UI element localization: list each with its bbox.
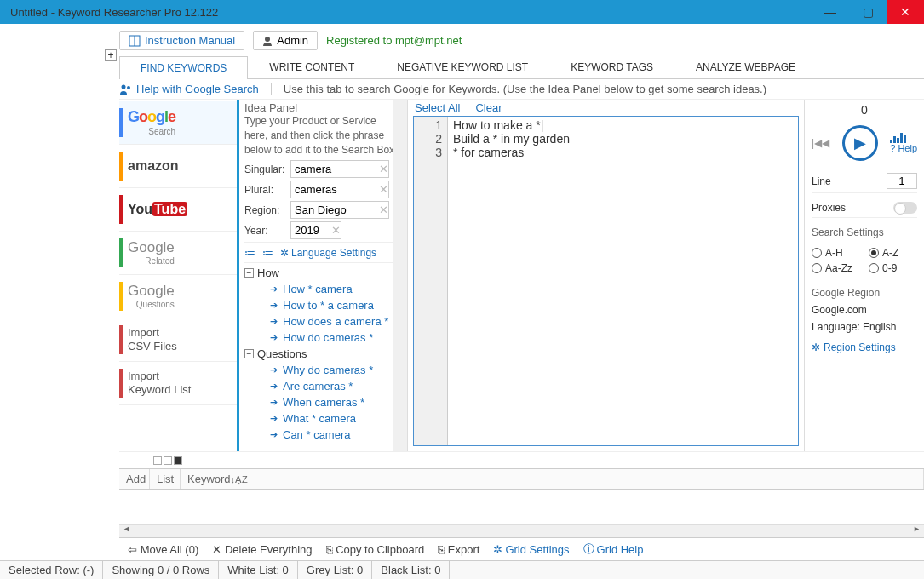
plural-input[interactable] [290,181,389,198]
col-list[interactable]: List [150,469,181,489]
radio-0-9[interactable]: 0-9 [869,262,917,274]
radio-aa-zz[interactable]: Aa-Zz [812,262,860,274]
tree-item[interactable]: ➔How * camera [244,281,402,297]
rewind-icon[interactable]: |◀◀ [812,137,829,149]
clear-link[interactable]: Clear [475,101,502,114]
singular-label: Singular: [244,163,287,175]
grid-settings-link[interactable]: ✲ Grid Settings [493,543,569,556]
region-input[interactable] [290,201,389,219]
grid-help-link[interactable]: ⓘ Grid Help [583,542,644,557]
radio-a-h[interactable]: A-H [812,247,860,259]
plural-label: Plural: [244,184,287,196]
tab-write-content[interactable]: WRITE CONTENT [248,55,376,78]
play-button[interactable]: ▶ [842,125,878,161]
gear-icon: ✲ [493,543,502,556]
idea-panel-title: Idea Panel [244,101,402,114]
window-title: Untitled - Keyword Researcher Pro 12.122 [9,6,812,19]
region-label: Region: [244,204,287,216]
source-google-related[interactable]: GoogleRelated [119,232,237,275]
col-keyword[interactable]: Keyword↓A͓Z [181,469,924,489]
region-language: Language: English [812,321,917,333]
close-button[interactable]: ✕ [887,0,924,24]
admin-label: Admin [277,34,308,47]
line-input[interactable] [887,173,917,189]
svg-point-3 [122,84,126,89]
region-settings-link[interactable]: ✲ Region Settings [812,341,917,353]
tree-item[interactable]: ➔Are cameras * [244,378,402,394]
source-youtube[interactable]: YouTube [119,188,237,232]
maximize-button[interactable]: ▢ [849,0,887,24]
clear-icon[interactable]: ✕ [379,204,388,216]
tree-item[interactable]: ➔What * camera [244,410,402,427]
clear-icon[interactable]: ✕ [379,183,388,196]
source-import-csv-files[interactable]: ImportCSV Files [119,318,237,362]
svg-point-4 [127,86,130,89]
tree-item[interactable]: ➔Can * camera [244,427,402,443]
singular-input[interactable] [290,160,389,178]
copy-clipboard-button[interactable]: ⎘ Copy to Clipboard [326,543,425,556]
source-google-questions[interactable]: GoogleQuestions [119,275,237,318]
instruction-manual-button[interactable]: Instruction Manual [119,31,244,50]
filter-box[interactable] [153,456,162,465]
status-selected-row: Selected Row: (-) [0,561,103,579]
manual-label: Instruction Manual [145,34,235,47]
tree-item[interactable]: ➔Why do cameras * [244,362,402,378]
minimize-button[interactable]: — [812,0,849,24]
source-google-search[interactable]: GoogleSearch [119,101,237,145]
tree-group-questions[interactable]: −Questions [244,346,402,362]
horizontal-scrollbar[interactable] [119,524,924,537]
people-icon [119,83,133,95]
source-amazon[interactable]: amazon [119,145,237,188]
col-add[interactable]: Add [119,469,150,489]
search-editor[interactable]: 123 How to make a *| Build a * in my gar… [413,116,799,446]
tree-item[interactable]: ➔How does a camera * [244,313,402,330]
clear-icon[interactable]: ✕ [379,163,388,175]
tab-negative-keyword-list[interactable]: NEGATIVE KEYWORD LIST [376,55,549,78]
region-settings-label: Region Settings [824,341,896,353]
title-bar: Untitled - Keyword Researcher Pro 12.122… [0,0,924,24]
idea-panel-desc: Type your Product or Service here, and t… [244,114,402,157]
tab-analyze-webpage[interactable]: ANALYZE WEBPAGE [674,55,817,78]
expand-sidebar-icon[interactable]: + [105,49,117,61]
filter-box[interactable] [164,456,172,465]
status-grey-list: Grey List: 0 [298,561,372,579]
play-help-link[interactable]: ? Help [890,143,917,153]
grid-toolbar: ⇦ Move All (0) ✕ Delete Everything ⎘ Cop… [119,537,924,560]
delete-everything-button[interactable]: ✕ Delete Everything [212,543,312,556]
status-white-list: White List: 0 [219,561,298,579]
result-count: 0 [812,103,917,117]
google-region-title: Google Region [812,287,917,299]
tree-item[interactable]: ➔When cameras * [244,394,402,410]
tab-keyword-tags[interactable]: KEYWORD TAGS [549,55,674,78]
help-link[interactable]: Help with Google Search [119,83,259,95]
idea-tree: −How➔How * camera➔How to * a camera➔How … [244,263,402,451]
tree-item[interactable]: ➔How to * a camera [244,297,402,313]
source-import-keyword-list[interactable]: ImportKeyword List [119,362,237,405]
language-settings-link[interactable]: ✲ Language Settings [280,247,376,259]
status-bar: Selected Row: (-) Showing 0 / 0 Rows Whi… [0,560,924,579]
gear-icon: ✲ [812,341,820,353]
year-label: Year: [244,225,287,237]
radio-a-z[interactable]: A-Z [869,247,917,259]
admin-button[interactable]: Admin [253,31,318,50]
select-all-link[interactable]: Select All [415,101,460,114]
proxies-toggle[interactable] [893,202,917,214]
bars-icon [890,133,917,143]
lang-settings-label: Language Settings [291,247,376,259]
tab-description: Use this tab to search Google for Keywor… [271,83,766,95]
scrollbar[interactable] [393,100,407,451]
clear-icon[interactable]: ✕ [331,224,341,237]
grid-filter-row [119,451,924,468]
export-button[interactable]: ⎘ Export [438,543,479,556]
list-icon[interactable]: ≔ [262,246,273,259]
book-icon [129,35,141,47]
list-icon[interactable]: ≔ [244,246,255,259]
status-black-list: Black List: 0 [372,561,450,579]
tree-item[interactable]: ➔How do cameras * [244,330,402,346]
move-all-button[interactable]: ⇦ Move All (0) [128,543,198,556]
tab-find-keywords[interactable]: FIND KEYWORDS [119,56,248,79]
tree-group-how[interactable]: −How [244,265,402,281]
filter-box[interactable] [174,456,182,465]
sort-icon[interactable]: ↓A͓Z [231,474,265,484]
svg-point-2 [265,37,270,42]
